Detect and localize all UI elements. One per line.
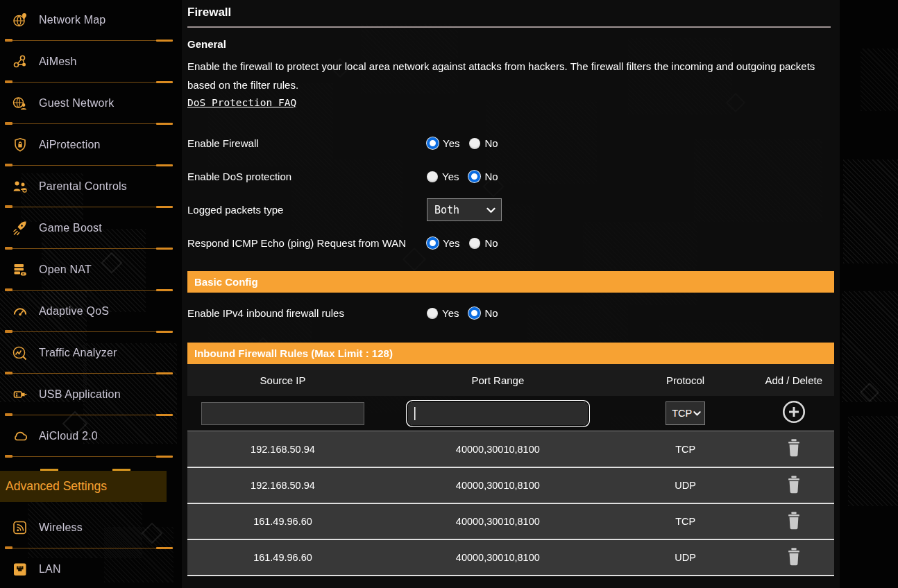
sidebar-item-label: USB Application — [39, 388, 121, 401]
delete-rule-button[interactable] — [785, 474, 803, 495]
icmp-no-radio[interactable] — [469, 238, 480, 249]
sidebar-divider — [6, 123, 167, 125]
content-panel: Firewall General Enable the firewall to … — [182, 0, 840, 588]
rule-protocol: UDP — [618, 480, 754, 491]
rule-protocol: TCP — [618, 516, 754, 527]
sidebar-item-label: AiMesh — [39, 55, 77, 68]
rules-body: 192.168.50.9440000,30010,8100TCP192.168.… — [187, 431, 834, 576]
usb-application-icon — [12, 386, 28, 403]
source-ip-input[interactable] — [201, 402, 364, 425]
aiprotection-icon — [12, 137, 28, 153]
sidebar-item-adaptive-qos[interactable]: Adaptive QoS — [0, 291, 180, 331]
lan-icon — [12, 561, 28, 578]
traffic-analyzer-icon — [10, 343, 31, 363]
sidebar-item-game-boost[interactable]: Game Boost — [0, 208, 180, 248]
game-boost-icon — [10, 218, 31, 239]
rule-source-ip: 192.168.50.94 — [187, 444, 378, 455]
rule-row: 161.49.96.6040000,30010,8100UDP — [187, 539, 834, 575]
aimesh-icon — [12, 53, 28, 70]
delete-rule-button[interactable] — [785, 546, 803, 567]
aicloud-icon — [10, 426, 31, 447]
title-divider — [187, 26, 831, 28]
col-protocol: Protocol — [618, 374, 754, 386]
ipv4-no-radio[interactable] — [468, 307, 480, 319]
enable-dos-radio-group: Yes No — [421, 171, 508, 182]
sidebar-item-label: Adaptive QoS — [39, 305, 109, 318]
sidebar-item-aicloud-2-0[interactable]: AiCloud 2.0 — [0, 416, 180, 456]
sidebar-item-lan[interactable]: LAN — [0, 549, 180, 588]
usb-application-icon — [10, 384, 31, 405]
enable-dos-yes-radio[interactable] — [427, 171, 438, 182]
rule-row: 161.49.96.6040000,30010,8100TCP — [187, 503, 834, 539]
sidebar-divider — [6, 206, 167, 208]
parental-controls-icon — [10, 176, 31, 197]
sidebar-item-network-map[interactable]: Network Map — [0, 0, 180, 40]
network-map-icon — [12, 12, 28, 28]
new-rule-row: TCP — [187, 396, 834, 431]
sidebar-divider — [6, 289, 167, 291]
sidebar-item-guest-network[interactable]: Guest Network — [0, 83, 180, 123]
trash-icon — [785, 438, 803, 458]
general-heading: General — [187, 38, 834, 50]
sidebar-divider — [6, 372, 167, 374]
inbound-rules-banner: Inbound Firewall Rules (Max Limit : 128) — [187, 343, 834, 364]
ipv4-yes-radio[interactable] — [427, 308, 438, 319]
router-admin-app: Network MapAiMeshGuest NetworkAiProtecti… — [0, 0, 898, 588]
network-map-icon — [10, 10, 31, 31]
rule-port-range: 40000,30010,8100 — [378, 516, 618, 527]
enable-firewall-no-radio[interactable] — [469, 138, 480, 149]
rule-protocol: TCP — [618, 444, 754, 455]
sidebar: Network MapAiMeshGuest NetworkAiProtecti… — [0, 0, 180, 588]
sidebar-divider — [6, 414, 167, 416]
sidebar-divider — [6, 456, 167, 458]
lan-icon — [10, 559, 31, 580]
adaptive-qos-icon — [10, 301, 31, 322]
ipv4-inbound-radio-group: Yes No — [421, 307, 508, 319]
sidebar-item-usb-application[interactable]: USB Application — [0, 374, 180, 414]
logged-packets-select[interactable]: Both — [427, 198, 502, 221]
sidebar-item-label: LAN — [39, 563, 61, 576]
sidebar-item-parental-controls[interactable]: Parental Controls — [0, 166, 180, 206]
open-nat-icon — [12, 261, 28, 278]
enable-firewall-yes-radio[interactable] — [427, 137, 439, 149]
trash-icon — [785, 546, 803, 567]
col-port-range: Port Range — [378, 374, 618, 386]
sidebar-item-traffic-analyzer[interactable]: Traffic Analyzer — [0, 333, 180, 372]
sidebar-item-aiprotection[interactable]: AiProtection — [0, 125, 180, 164]
traffic-analyzer-icon — [12, 345, 28, 361]
sidebar-item-label: Game Boost — [39, 222, 102, 234]
add-rule-button[interactable] — [781, 399, 807, 425]
dos-protection-faq-link[interactable]: DoS Protection FAQ — [187, 97, 296, 108]
sidebar-item-aimesh[interactable]: AiMesh — [0, 42, 180, 81]
enable-dos-no-radio[interactable] — [468, 171, 480, 182]
sidebar-section-advanced-settings: Advanced Settings — [0, 471, 167, 502]
delete-rule-button[interactable] — [785, 438, 803, 458]
rule-row: 192.168.50.9440000,30010,8100TCP — [187, 431, 834, 467]
rule-source-ip: 161.49.96.60 — [187, 516, 378, 527]
sidebar-item-open-nat[interactable]: Open NAT — [0, 250, 180, 289]
port-range-input[interactable] — [407, 401, 589, 426]
parental-controls-icon — [12, 178, 28, 195]
delete-rule-button[interactable] — [785, 510, 803, 531]
sidebar-divider — [6, 81, 167, 83]
icmp-row: Respond ICMP Echo (ping) Request from WA… — [187, 232, 834, 254]
wireless-icon — [12, 519, 28, 536]
col-add-delete: Add / Delete — [753, 374, 834, 386]
sidebar-divider — [6, 40, 167, 42]
protocol-select[interactable]: TCP — [666, 401, 705, 425]
sidebar-item-wireless[interactable]: Wireless — [0, 508, 180, 547]
basic-config-banner: Basic Config — [187, 271, 834, 293]
icmp-yes-radio[interactable] — [427, 237, 439, 249]
logged-packets-label: Logged packets type — [187, 204, 421, 216]
ipv4-inbound-label: Enable IPv4 inbound firewall rules — [187, 307, 421, 320]
enable-dos-row: Enable DoS protection Yes No — [187, 165, 834, 188]
game-boost-icon — [12, 220, 28, 236]
sidebar-item-label: AiProtection — [39, 139, 101, 151]
icmp-radio-group: Yes No — [421, 237, 508, 249]
enable-dos-label: Enable DoS protection — [187, 171, 421, 183]
sidebar-item-label: Network Map — [39, 14, 105, 26]
rule-row: 192.168.50.9440000,30010,8100UDP — [187, 467, 834, 503]
no-label: No — [484, 137, 498, 149]
sidebar-item-label: AiCloud 2.0 — [39, 430, 98, 442]
page-title: Firewall — [187, 6, 834, 19]
